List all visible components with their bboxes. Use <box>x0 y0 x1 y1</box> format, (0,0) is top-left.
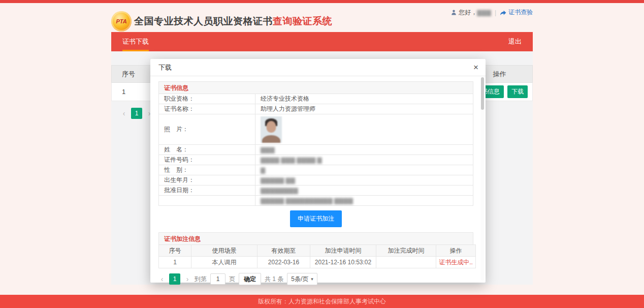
field-row-gender: 性 别： ▇ <box>159 165 473 175</box>
annotation-header-row: 序号 使用场景 有效期至 加注申请时间 加注完成时间 操作 <box>159 245 476 257</box>
annotation-complete-time-cell <box>376 257 436 268</box>
modal-body: 证书信息 职业资格： 经济专业技术资格 证书名称： 助理人力资源管理师 照 片： <box>150 76 486 285</box>
certificate-generating-link[interactable]: 证书生成中.. <box>439 259 473 266</box>
download-button[interactable]: 下载 <box>507 85 528 98</box>
chevron-down-icon: ▾ <box>311 273 313 285</box>
modal-title: 下载 <box>158 64 172 71</box>
field-value: ▇ <box>255 165 473 175</box>
annotation-index-cell: 1 <box>159 257 191 268</box>
field-label: 照 片： <box>159 114 255 145</box>
field-row-id-number: 证件号码： ▇▇▇▇ ▇▇▇ ▇▇▇▇ ▇ <box>159 155 473 165</box>
redacted-value: ▇▇▇▇▇ ▇▇▇▇▇▇▇▇▇▇ ▇▇▇▇ <box>261 197 353 204</box>
field-label: 出生年月： <box>159 175 255 186</box>
redacted-value: ▇ <box>261 167 265 174</box>
field-label: 批准日期： <box>159 186 255 196</box>
site-header: PTA 全国专业技术人员职业资格证书查询验证系统 您好， ▇▇▇ | 证书查验 <box>0 3 644 32</box>
annotation-apply-time-cell: 2021-12-16 10:53:02 <box>310 257 376 268</box>
field-label: 姓 名： <box>159 145 255 155</box>
header-divider: | <box>495 9 496 16</box>
field-label <box>159 196 255 206</box>
copyright-text: 版权所有：人力资源和社会保障部人事考试中心 <box>258 298 386 305</box>
annotation-table: 序号 使用场景 有效期至 加注申请时间 加注完成时间 操作 1 本人调用 202 <box>158 244 476 268</box>
annotation-section-title: 证书加注信息 <box>158 232 473 244</box>
username-redacted: ▇▇▇ <box>477 9 491 16</box>
field-row-birth-date: 出生年月： ▇▇▇▇▇ ▇▇ <box>159 175 473 186</box>
apply-annotation-button[interactable]: 申请证书加注 <box>290 210 342 227</box>
annotation-col-scene: 使用场景 <box>191 245 257 257</box>
confirm-page-button[interactable]: 确定 <box>239 273 261 285</box>
page-size-value: 5条/页 <box>291 273 308 285</box>
redacted-value: ▇▇▇▇ ▇▇▇ ▇▇▇▇ ▇ <box>261 157 322 164</box>
field-value: ▇▇▇▇▇ ▇▇ <box>255 175 473 186</box>
certificate-verify-link[interactable]: 证书查验 <box>508 8 533 17</box>
title-accent: 查询验证系统 <box>273 16 332 26</box>
certificate-info-table: 职业资格： 经济专业技术资格 证书名称： 助理人力资源管理师 照 片： <box>158 94 473 206</box>
goto-page-label: 到第 <box>195 275 207 284</box>
page-size-select[interactable]: 5条/页 ▾ <box>287 273 317 285</box>
field-value: ▇▇▇▇▇▇▇▇ <box>255 186 473 196</box>
field-label: 证书名称： <box>159 104 255 114</box>
annotation-pagination: ‹ 1 › 到第 页 确定 共 1 条 5条/页 ▾ <box>158 273 473 285</box>
annotation-col-valid-until: 有效期至 <box>257 245 310 257</box>
navbar: 证书下载 退出 <box>0 32 644 51</box>
annotation-action-cell: 证书生成中.. <box>436 257 476 268</box>
tab-certificate-download-label: 证书下载 <box>122 38 149 45</box>
photo-head-shape <box>267 121 276 133</box>
nav-bar-background: 证书下载 退出 <box>111 32 533 51</box>
field-row-photo: 照 片： <box>159 114 473 145</box>
field-label: 性 别： <box>159 165 255 175</box>
close-icon[interactable]: × <box>473 59 478 76</box>
scrollbar-thumb[interactable] <box>481 77 484 110</box>
field-row-certificate-name: 证书名称： 助理人力资源管理师 <box>159 104 473 114</box>
tab-certificate-download[interactable]: 证书下载 <box>111 32 160 51</box>
annotation-col-complete-time: 加注完成时间 <box>376 245 436 257</box>
page: PTA 全国专业技术人员职业资格证书查询验证系统 您好， ▇▇▇ | 证书查验 <box>0 0 644 308</box>
forward-arrow-icon <box>500 9 507 16</box>
field-row-approval-date: 批准日期： ▇▇▇▇▇▇▇▇ <box>159 186 473 196</box>
page-number-button[interactable]: 1 <box>169 273 180 285</box>
modal-scrollbar <box>480 77 485 281</box>
field-value: ▇▇▇▇ ▇▇▇ ▇▇▇▇ ▇ <box>255 155 473 165</box>
pta-logo-icon: PTA <box>111 11 132 32</box>
field-value: 助理人力资源管理师 <box>255 104 473 114</box>
prev-page-button[interactable]: ‹ <box>120 109 127 117</box>
certificate-info-section-title: 证书信息 <box>158 81 473 94</box>
redacted-value: ▇▇▇ <box>261 146 275 153</box>
annotation-section: 证书加注信息 序号 使用场景 有效期至 加注申请时间 加注完成时间 操作 <box>158 232 473 285</box>
total-count-label: 共 1 条 <box>265 275 283 284</box>
annotation-row: 1 本人调用 2022-03-16 2021-12-16 10:53:02 证书… <box>159 257 476 268</box>
field-row-qualification: 职业资格： 经济专业技术资格 <box>159 94 473 104</box>
logo-text: PTA <box>116 18 126 24</box>
bottom-gap <box>0 285 644 295</box>
certificate-photo <box>261 116 282 143</box>
field-label: 证件号码： <box>159 155 255 165</box>
page-title: 全国专业技术人员职业资格证书查询验证系统 <box>134 15 332 28</box>
footer: 版权所有：人力资源和社会保障部人事考试中心 <box>0 295 644 308</box>
prev-page-button[interactable]: ‹ <box>158 275 166 283</box>
logout-button[interactable]: 退出 <box>497 32 533 51</box>
annotation-col-action: 操作 <box>436 245 476 257</box>
field-value: ▇▇▇ <box>255 145 473 155</box>
field-row-name: 姓 名： ▇▇▇ <box>159 145 473 155</box>
next-page-button[interactable]: › <box>184 275 191 283</box>
field-value: ▇▇▇▇▇ ▇▇▇▇▇▇▇▇▇▇ ▇▇▇▇ <box>255 196 473 206</box>
redacted-value: ▇▇▇▇▇ ▇▇ <box>261 177 295 184</box>
brand: PTA 全国专业技术人员职业资格证书查询验证系统 <box>111 11 332 32</box>
redacted-value: ▇▇▇▇▇▇▇▇ <box>261 187 298 194</box>
download-modal: 下载 × 证书信息 职业资格： 经济专业技术资格 证书名称： 助理人力资源管理师… <box>150 59 486 283</box>
annotation-valid-until-cell: 2022-03-16 <box>257 257 310 268</box>
photo-torso-shape <box>262 135 280 143</box>
annotation-col-apply-time: 加注申请时间 <box>310 245 376 257</box>
field-value: 经济专业技术资格 <box>255 94 473 104</box>
page-unit-label: 页 <box>229 275 235 284</box>
greeting-text: 您好， <box>459 8 477 17</box>
modal-header: 下载 × <box>150 59 486 76</box>
goto-page-input[interactable] <box>210 273 226 285</box>
field-row-extra: ▇▇▇▇▇ ▇▇▇▇▇▇▇▇▇▇ ▇▇▇▇ <box>159 196 473 206</box>
page-number-button[interactable]: 1 <box>131 108 142 119</box>
field-value-photo <box>255 114 473 145</box>
user-icon <box>450 9 457 16</box>
apply-button-wrap: 申请证书加注 <box>158 210 473 227</box>
annotation-scene-cell: 本人调用 <box>191 257 257 268</box>
title-main: 全国专业技术人员职业资格证书 <box>134 16 273 26</box>
